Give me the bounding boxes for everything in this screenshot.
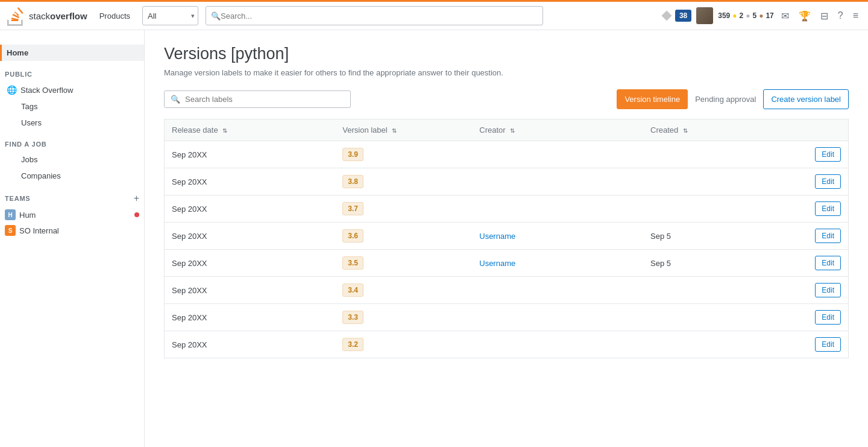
search-labels-input[interactable] <box>185 95 344 104</box>
version-badge: 3.3 <box>342 311 363 324</box>
avatar[interactable] <box>696 7 713 24</box>
version-badge: 3.9 <box>342 148 363 161</box>
table-row: Sep 20XX3.3Edit <box>165 304 849 331</box>
versions-table: Release date ⇅ Version label ⇅ Creator ⇅… <box>164 119 849 358</box>
cell-creator[interactable]: Username <box>472 250 643 277</box>
cell-actions: Edit <box>780 304 849 331</box>
sort-arrow-creator: ⇅ <box>510 127 515 134</box>
table-row: Sep 20XX3.5UsernameSep 5Edit <box>165 250 849 277</box>
logo[interactable]: stackoverflow <box>7 5 87 27</box>
col-header-release-date[interactable]: Release date ⇅ <box>165 119 336 141</box>
logo-icon <box>7 5 25 27</box>
sidebar-item-jobs[interactable]: Jobs <box>0 151 144 168</box>
cell-actions: Edit <box>780 168 849 195</box>
cell-release-date: Sep 20XX <box>165 277 336 304</box>
page-title: Versions [python] <box>164 45 849 63</box>
search-labels-wrapper: 🔍 <box>164 90 351 108</box>
edit-button[interactable]: Edit <box>815 174 841 189</box>
global-search-input[interactable] <box>221 11 538 21</box>
edit-button[interactable]: Edit <box>815 310 841 325</box>
sidebar: Home PUBLIC 🌐 Stack Overflow Tags Users … <box>0 30 145 447</box>
team-so-internal-label: SO Internal <box>19 226 59 235</box>
gold-badge-dot: ● <box>732 11 737 20</box>
search-labels-icon: 🔍 <box>171 95 180 104</box>
cell-version-label: 3.6 <box>335 223 472 250</box>
table-row: Sep 20XX3.8Edit <box>165 168 849 195</box>
table-row: Sep 20XX3.4Edit <box>165 277 849 304</box>
cell-creator <box>472 195 643 223</box>
creator-link[interactable]: Username <box>479 259 515 268</box>
page-subtitle: Manage version labels to make it easier … <box>164 68 849 77</box>
team-hum-notification-dot <box>134 212 139 217</box>
version-badge: 3.8 <box>342 175 363 188</box>
cell-created <box>643 195 780 223</box>
edit-button[interactable]: Edit <box>815 229 841 243</box>
team-item-hum[interactable]: H Hum <box>0 207 144 223</box>
version-badge: 3.5 <box>342 256 363 270</box>
create-version-label-button[interactable]: Create version label <box>763 89 849 109</box>
cell-created <box>643 304 780 331</box>
cell-release-date: Sep 20XX <box>165 331 336 358</box>
cell-creator <box>472 277 643 304</box>
version-timeline-button[interactable]: Version timeline <box>617 89 688 109</box>
cell-version-label: 3.2 <box>335 331 472 358</box>
cell-version-label: 3.3 <box>335 304 472 331</box>
search-scope-select[interactable]: All Questions Users Tags <box>142 6 198 25</box>
col-header-version-label[interactable]: Version label ⇅ <box>335 119 472 141</box>
col-header-created[interactable]: Created ⇅ <box>643 119 780 141</box>
cell-release-date: Sep 20XX <box>165 195 336 223</box>
page-wrapper: Home PUBLIC 🌐 Stack Overflow Tags Users … <box>0 30 868 447</box>
cell-release-date: Sep 20XX <box>165 304 336 331</box>
sidebar-item-home[interactable]: Home <box>0 45 144 61</box>
sidebar-section-public: PUBLIC <box>0 61 144 81</box>
pending-approval-button[interactable]: Pending approval <box>693 90 758 109</box>
creator-link[interactable]: Username <box>479 232 515 241</box>
toolbar-right: Version timeline Pending approval Create… <box>617 89 849 109</box>
cell-creator <box>472 141 643 168</box>
sidebar-item-tags[interactable]: Tags <box>0 98 144 115</box>
edit-button[interactable]: Edit <box>815 283 841 297</box>
nav-right: 38 359 ● 2 ● 5 ● 17 ✉ 🏆 ⊟ ? ≡ <box>663 7 861 24</box>
team-hum-icon: H <box>5 209 16 220</box>
edit-button[interactable]: Edit <box>815 147 841 162</box>
cell-version-label: 3.4 <box>335 277 472 304</box>
cell-creator[interactable]: Username <box>472 223 643 250</box>
team-item-so-internal[interactable]: S SO Internal <box>0 223 144 238</box>
team-so-internal-icon: S <box>5 225 16 236</box>
review-button[interactable]: ⊟ <box>818 8 831 24</box>
sidebar-item-companies[interactable]: Companies <box>0 168 144 184</box>
edit-button[interactable]: Edit <box>815 201 841 216</box>
cell-release-date: Sep 20XX <box>165 141 336 168</box>
version-badge: 3.4 <box>342 284 363 297</box>
sort-arrow-created: ⇅ <box>683 127 688 134</box>
table-row: Sep 20XX3.9Edit <box>165 141 849 168</box>
cell-actions: Edit <box>780 141 849 168</box>
sidebar-item-users[interactable]: Users <box>0 115 144 131</box>
cell-release-date: Sep 20XX <box>165 168 336 195</box>
cell-actions: Edit <box>780 250 849 277</box>
table-row: Sep 20XX3.6UsernameSep 5Edit <box>165 223 849 250</box>
global-search-area: 🔍 <box>206 6 543 25</box>
meta-button[interactable]: ≡ <box>851 8 861 24</box>
inbox-button[interactable]: ✉ <box>779 8 791 24</box>
col-header-creator[interactable]: Creator ⇅ <box>472 119 643 141</box>
cell-actions: Edit <box>780 277 849 304</box>
sidebar-item-stack-overflow[interactable]: 🌐 Stack Overflow <box>0 81 144 98</box>
bronze-badge-dot: ● <box>759 11 763 20</box>
cell-created <box>643 331 780 358</box>
topbar: stackoverflow Products All Questions Use… <box>0 0 868 30</box>
help-button[interactable]: ? <box>835 8 846 24</box>
cell-created <box>643 277 780 304</box>
cell-actions: Edit <box>780 223 849 250</box>
achievements-button[interactable]: 🏆 <box>796 8 813 24</box>
sort-arrow-release: ⇅ <box>222 127 227 134</box>
edit-button[interactable]: Edit <box>815 256 841 270</box>
cell-creator <box>472 331 643 358</box>
cell-created <box>643 168 780 195</box>
edit-button[interactable]: Edit <box>815 337 841 352</box>
cell-version-label: 3.8 <box>335 168 472 195</box>
add-team-button[interactable]: + <box>134 194 139 203</box>
sort-arrow-label: ⇅ <box>392 127 397 134</box>
cell-version-label: 3.5 <box>335 250 472 277</box>
products-button[interactable]: Products <box>95 9 135 23</box>
